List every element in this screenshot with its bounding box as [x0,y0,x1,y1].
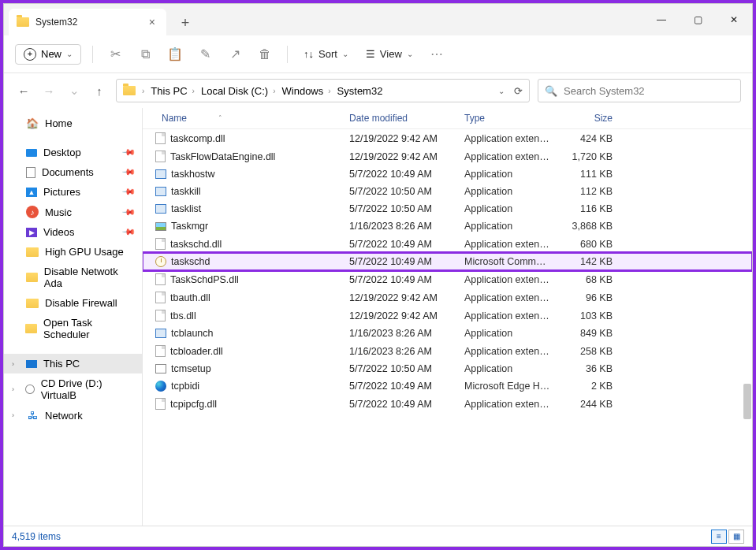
file-row[interactable]: taskschd.dll5/7/2022 10:49 AMApplication… [143,235,752,253]
close-tab-icon[interactable]: × [149,16,155,28]
file-row[interactable]: taskcomp.dll12/19/2022 9:42 AMApplicatio… [143,129,752,147]
pin-icon: 📌 [121,204,136,219]
details-view-toggle[interactable]: ≡ [711,530,727,544]
sidebar-item-folder[interactable]: Disable Firewall [4,293,142,313]
refresh-icon[interactable]: ⟳ [514,85,523,97]
delete-icon[interactable]: 🗑 [254,47,276,61]
file-type: Application [464,221,557,232]
sidebar-item-videos[interactable]: ▶Videos📌 [4,222,142,242]
minimize-button[interactable]: — [643,4,680,35]
file-type: Application exten… [464,292,557,303]
file-type: Application exten… [464,151,557,162]
folder-icon [26,299,39,308]
new-tab-button[interactable]: + [173,15,198,32]
file-name: taskhostw [171,169,215,180]
up-button[interactable]: ↑ [91,84,108,98]
file-list: Name˄ Date modified Type Size taskcomp.d… [143,108,752,526]
file-size: 3,868 KB [557,221,613,232]
breadcrumb-segment[interactable]: This PC› [151,85,195,97]
back-button[interactable]: ← [15,84,32,98]
content-area: 🏠 Home Desktop📌 Documents📌 ▲Pictures📌 ♪M… [4,108,752,526]
column-header-size[interactable]: Size [557,113,613,124]
scrollbar-thumb[interactable] [743,384,751,419]
sidebar-item-desktop[interactable]: Desktop📌 [4,143,142,162]
column-header-date[interactable]: Date modified [349,113,464,124]
folder-icon [26,247,39,257]
file-name: tcbloader.dll [170,346,223,357]
sidebar-item-folder[interactable]: High GPU Usage [4,242,142,262]
maximize-button[interactable]: ▢ [680,4,716,35]
search-box[interactable]: 🔍 [538,79,741,102]
new-button[interactable]: + New ⌄ [15,44,81,65]
sidebar-item-music[interactable]: ♪Music📌 [4,202,142,222]
file-date: 5/7/2022 10:49 AM [349,169,464,180]
sidebar-item-home[interactable]: 🏠 Home [4,113,142,133]
expand-icon[interactable]: › [12,411,20,419]
copy-icon[interactable]: ⧉ [134,47,156,61]
column-header-name[interactable]: Name˄ [152,113,349,124]
file-row[interactable]: TaskSchdPS.dll5/7/2022 10:49 AMApplicati… [143,270,752,288]
file-row[interactable]: tbs.dll12/19/2022 9:42 AMApplication ext… [143,307,752,325]
file-row[interactable]: tcbloader.dll1/16/2023 8:26 AMApplicatio… [143,342,752,360]
sidebar-item-this-pc[interactable]: ›This PC [4,354,142,373]
file-row[interactable]: tasklist5/7/2022 10:50 AMApplication116 … [143,200,752,217]
more-icon[interactable]: ⋯ [426,46,448,61]
file-type: Microsoft Edge H… [464,381,557,392]
rename-icon[interactable]: ✎ [194,46,216,61]
file-row[interactable]: taskschd5/7/2022 10:49 AMMicrosoft Comm…… [143,253,752,270]
file-row[interactable]: tcmsetup5/7/2022 10:50 AMApplication36 K… [143,360,752,377]
file-row[interactable]: TaskFlowDataEngine.dll12/19/2022 9:42 AM… [143,147,752,165]
search-input[interactable] [564,85,734,97]
file-icon [155,381,166,392]
sidebar-label: Network [45,410,83,422]
status-bar: 4,519 items ≡ ▦ [4,526,752,546]
breadcrumb-label: Local Disk (C:) [201,85,268,97]
breadcrumb-bar[interactable]: › This PC› Local Disk (C:)› Windows› Sys… [116,79,530,102]
file-row[interactable]: Taskmgr1/16/2023 8:26 AMApplication3,868… [143,217,752,235]
file-row[interactable]: tcblaunch1/16/2023 8:26 AMApplication849… [143,325,752,342]
sidebar-item-folder[interactable]: Disable Netwotk Ada [4,262,142,293]
chevron-down-icon: ⌄ [407,50,413,58]
sidebar-item-folder[interactable]: Open Task Scheduler [4,313,142,344]
file-row[interactable]: tbauth.dll12/19/2022 9:42 AMApplication … [143,288,752,307]
breadcrumb-segment[interactable]: Local Disk (C:)› [201,85,276,97]
plus-circle-icon: + [24,48,36,61]
file-date: 5/7/2022 10:50 AM [349,363,464,374]
cut-icon[interactable]: ✂ [104,46,126,61]
expand-icon[interactable]: › [12,385,19,393]
file-size: 116 KB [557,203,613,214]
file-date: 12/19/2022 9:42 AM [349,133,464,144]
expand-icon[interactable]: › [12,360,20,368]
chevron-down-icon[interactable]: ⌄ [498,87,505,95]
close-window-button[interactable]: ✕ [716,4,752,35]
file-name: tcpipcfg.dll [170,399,217,410]
file-row[interactable]: taskkill5/7/2022 10:50 AMApplication112 … [143,183,752,200]
breadcrumb-segment[interactable]: System32 [337,85,383,97]
column-header-type[interactable]: Type [464,113,557,124]
file-row[interactable]: tcpbidi5/7/2022 10:49 AMMicrosoft Edge H… [143,377,752,395]
sidebar-item-documents[interactable]: Documents📌 [4,162,142,182]
file-row[interactable]: taskhostw5/7/2022 10:49 AMApplication111… [143,165,752,183]
forward-button[interactable]: → [40,84,58,98]
view-button[interactable]: ☰ View ⌄ [361,48,418,60]
file-date: 5/7/2022 10:49 AM [349,381,464,392]
paste-icon[interactable]: 📋 [164,46,186,61]
sort-label: Sort [318,48,337,60]
sidebar-item-pictures[interactable]: ▲Pictures📌 [4,182,142,202]
breadcrumb-segment[interactable]: Windows› [282,85,331,97]
file-date: 5/7/2022 10:49 AM [349,256,464,267]
history-dropdown[interactable]: ⌄ [65,84,83,98]
sidebar-label: This PC [43,358,80,370]
file-row[interactable]: tcpipcfg.dll5/7/2022 10:49 AMApplication… [143,395,752,413]
file-name: tcblaunch [171,328,214,339]
sidebar-item-network[interactable]: ›🖧Network [4,405,142,426]
file-icon [155,187,166,196]
file-icon [155,169,166,179]
sidebar-label: Disable Firewall [45,297,117,309]
sort-button[interactable]: ↑↓ Sort ⌄ [299,48,353,60]
sidebar-item-cd-drive[interactable]: ›CD Drive (D:) VirtualB [4,373,142,405]
thumbnails-view-toggle[interactable]: ▦ [728,530,744,544]
active-tab[interactable]: System32 × [9,9,166,35]
pictures-icon: ▲ [26,188,37,197]
share-icon[interactable]: ↗ [224,46,246,61]
